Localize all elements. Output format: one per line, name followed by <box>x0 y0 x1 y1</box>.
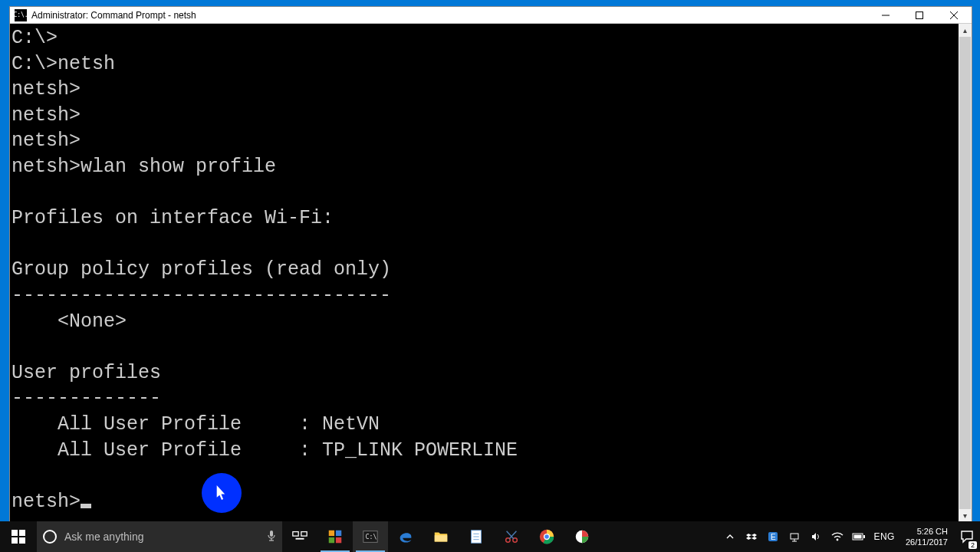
taskbar-app-chrome[interactable] <box>529 521 564 552</box>
svg-point-31 <box>544 534 549 539</box>
svg-rect-15 <box>336 531 341 536</box>
maximize-icon <box>916 12 923 19</box>
svg-rect-11 <box>293 532 298 537</box>
terminal-area: C:\> C:\>netsh netsh> netsh> netsh> nets… <box>10 24 972 522</box>
notepad-icon <box>468 528 485 545</box>
tray-network-icon[interactable] <box>788 531 801 542</box>
svg-rect-40 <box>863 535 865 538</box>
minimize-icon <box>882 12 890 19</box>
folder-icon <box>432 528 449 545</box>
terminal-cursor <box>81 504 91 508</box>
svg-rect-35 <box>791 534 798 539</box>
cmd-icon: C:\ <box>362 528 379 545</box>
svg-rect-13 <box>296 538 304 540</box>
action-center-button[interactable]: 2 <box>954 521 980 552</box>
svg-rect-14 <box>329 531 334 536</box>
taskbar-app-notepad[interactable] <box>459 521 494 552</box>
svg-rect-4 <box>12 530 18 536</box>
command-prompt-window: C:\. Administrator: Command Prompt - net… <box>9 6 972 523</box>
cursor-arrow-icon <box>216 485 227 501</box>
tray-dropbox-icon[interactable] <box>745 531 758 542</box>
svg-rect-5 <box>19 530 25 536</box>
app-icon <box>574 528 590 545</box>
svg-rect-1 <box>916 12 923 18</box>
titlebar[interactable]: C:\. Administrator: Command Prompt - net… <box>10 7 972 24</box>
taskbar-app-explorer[interactable] <box>423 521 459 552</box>
cortana-icon <box>43 530 57 544</box>
close-icon <box>950 12 958 19</box>
boxes-icon <box>327 528 344 545</box>
svg-rect-6 <box>12 537 18 544</box>
terminal-lines: C:\> C:\>netsh netsh> netsh> netsh> nets… <box>12 27 518 513</box>
app-icon: C:\. <box>15 9 27 21</box>
taskbar-app-snipping[interactable] <box>494 521 529 552</box>
svg-rect-8 <box>270 531 273 537</box>
maximize-button[interactable] <box>903 7 936 24</box>
task-view-icon <box>291 528 308 545</box>
taskbar-app-generic[interactable] <box>564 521 600 552</box>
taskbar: Ask me anything C:\ E <box>0 521 980 552</box>
edge-icon <box>397 528 414 545</box>
clock-time: 5:26 CH <box>917 526 948 537</box>
scrollbar-thumb[interactable] <box>959 37 971 509</box>
taskbar-app-vmware[interactable] <box>317 521 353 552</box>
svg-text:C:\: C:\ <box>366 533 377 540</box>
svg-rect-16 <box>329 537 334 543</box>
scrollbar-track[interactable] <box>959 37 972 509</box>
svg-point-38 <box>837 539 839 541</box>
svg-rect-17 <box>336 537 341 543</box>
tray-chevron-up-icon[interactable] <box>723 533 737 540</box>
start-button[interactable] <box>0 521 37 552</box>
svg-rect-7 <box>19 537 25 544</box>
taskbar-app-edge[interactable] <box>388 521 423 552</box>
tray-language[interactable]: ENG <box>873 531 895 542</box>
taskbar-spacer <box>600 521 719 552</box>
window-title: Administrator: Command Prompt - netsh <box>31 10 196 21</box>
search-placeholder: Ask me anything <box>64 531 259 543</box>
cursor-highlight <box>202 473 242 513</box>
vertical-scrollbar[interactable]: ▴ ▾ <box>959 24 972 522</box>
clock-date: 26/11/2017 <box>906 537 948 547</box>
task-view-button[interactable] <box>282 521 317 552</box>
taskbar-app-cmd[interactable]: C:\ <box>353 521 388 552</box>
scissors-icon <box>503 528 520 545</box>
tray-battery-icon[interactable] <box>852 532 866 541</box>
svg-rect-12 <box>301 532 307 537</box>
tray-app-icon[interactable]: E <box>766 531 780 542</box>
tray-wifi-icon[interactable] <box>830 531 844 542</box>
svg-rect-20 <box>435 535 448 541</box>
terminal-output[interactable]: C:\> C:\>netsh netsh> netsh> netsh> nets… <box>10 24 959 522</box>
microphone-icon[interactable] <box>267 530 276 544</box>
scroll-down-arrow-icon[interactable]: ▾ <box>959 509 972 522</box>
tray-volume-icon[interactable] <box>809 531 823 542</box>
svg-text:E: E <box>771 533 776 541</box>
minimize-button[interactable] <box>869 7 903 24</box>
chrome-icon <box>538 528 555 545</box>
notification-badge: 2 <box>968 541 977 549</box>
search-box[interactable]: Ask me anything <box>37 521 282 552</box>
scroll-up-arrow-icon[interactable]: ▴ <box>959 24 972 37</box>
close-button[interactable] <box>936 7 972 24</box>
system-tray[interactable]: E ENG <box>719 521 899 552</box>
windows-logo-icon <box>12 530 25 544</box>
taskbar-clock[interactable]: 5:26 CH 26/11/2017 <box>899 521 954 552</box>
svg-rect-41 <box>854 535 862 539</box>
